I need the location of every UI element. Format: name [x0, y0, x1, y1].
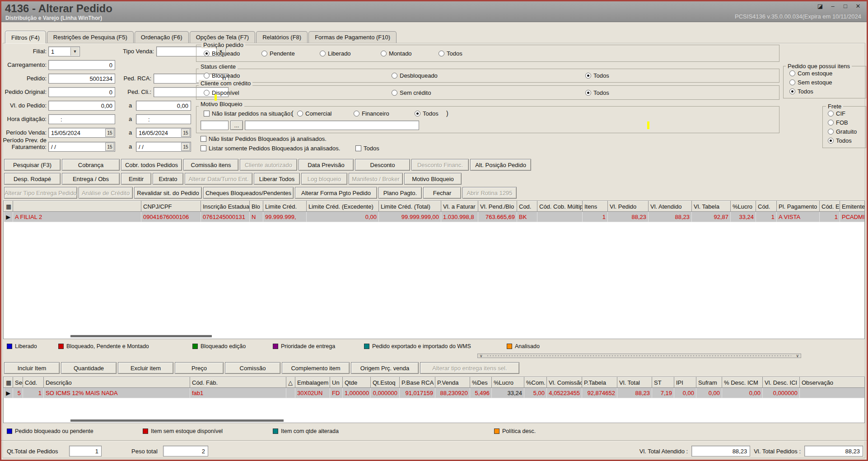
items-col-header[interactable]: Observação [800, 377, 865, 388]
alterar-forma-pgto-button[interactable]: Alterar Forma Pgto Pedido [295, 187, 377, 199]
motivo-browse-button[interactable]: ... [230, 121, 243, 130]
periodo-venda-from-input[interactable]: 15/05/2024 15 [48, 128, 115, 138]
orders-col-header[interactable]: Vl. Pend./Blo [478, 201, 517, 212]
dropdown-icon[interactable]: ▼ [70, 47, 79, 56]
check-listar-somente-analisados[interactable]: Listar somente Pedidos Bloqueados já ana… [201, 144, 340, 152]
items-hscrollbar[interactable] [70, 419, 284, 422]
hora-from-input[interactable]: : [48, 114, 115, 124]
radio-status-todos[interactable]: Todos [585, 72, 609, 79]
calendar-icon[interactable]: 15 [105, 143, 114, 151]
orders-col-header[interactable]: Vl. Pedido [608, 201, 649, 212]
fechar-button[interactable]: Fechar [423, 187, 461, 199]
orders-col-header[interactable]: Inscrição Estadual [201, 201, 250, 212]
radio-motivo-todos[interactable]: Todos [415, 110, 439, 117]
orders-col-header[interactable]: %Lucro [731, 201, 756, 212]
cheques-bloqueados-button[interactable]: Cheques Bloqueados/Pendentes [203, 187, 294, 199]
items-col-header[interactable]: Qtde [343, 377, 371, 388]
radio-frete-cif[interactable]: CIF [828, 110, 845, 117]
orders-col-header[interactable]: Itens [583, 201, 608, 212]
items-col-header[interactable]: Vl. Total [617, 377, 652, 388]
vl-pedido-from-input[interactable]: 0,00 [48, 101, 115, 111]
radio-credito-todos[interactable]: Todos [585, 89, 609, 97]
calendar-icon[interactable]: 15 [105, 129, 114, 137]
orders-col-header[interactable]: Vl. a Faturar [441, 201, 478, 212]
grid-corner-icon[interactable]: ▦ [4, 201, 13, 212]
items-col-header[interactable]: %Com. [524, 377, 547, 388]
radio-frete-fob[interactable]: FOB [828, 119, 848, 126]
tab-opcoes-tela[interactable]: Opções de Tela (F7) [190, 31, 256, 43]
radio-frete-gratuito[interactable]: Gratuito [828, 128, 857, 135]
comissao-itens-button[interactable]: Comissão itens [183, 159, 238, 171]
items-col-header[interactable]: Cód. [23, 377, 44, 388]
pedido-input[interactable]: 5001234 [48, 74, 115, 84]
items-col-header[interactable]: Vl. Desc. ICI [763, 377, 800, 388]
items-col-header[interactable]: P.Base RCA [400, 377, 435, 388]
pesquisar-button[interactable]: Pesquisar (F3) [4, 159, 61, 171]
cobranca-button[interactable]: Cobrança [62, 159, 120, 171]
pedido-original-input[interactable]: 0 [48, 87, 115, 97]
orders-col-header[interactable] [13, 201, 141, 212]
items-col-header[interactable]: Qt.Estoq [371, 377, 400, 388]
carregamento-input[interactable]: 0 [48, 60, 115, 70]
items-col-header[interactable]: Cód. Fáb. [190, 377, 286, 388]
items-grid[interactable]: ▦ Sec Cód. Descrição Cód. Fáb. △ Embalag… [3, 377, 865, 423]
radio-credito-sem-credito[interactable]: Sem crédito [392, 89, 431, 97]
liberar-todos-button[interactable]: Liberar Todos [254, 173, 300, 185]
radio-itens-todos[interactable]: Todos [789, 88, 813, 95]
radio-credito-disponivel[interactable]: Disponível [204, 89, 239, 97]
radio-posicao-todos[interactable]: Todos [439, 50, 462, 57]
splitter[interactable]: ∨ ∨ [477, 354, 801, 358]
items-col-header[interactable]: Un [330, 377, 343, 388]
motivo-codigo-input[interactable] [201, 121, 229, 130]
filial-select[interactable]: 1 ▼ [48, 47, 80, 56]
comissao-button[interactable]: Comissão [225, 362, 280, 374]
radio-posicao-bloqueado[interactable]: Bloqueado [204, 50, 240, 57]
grid-corner-icon[interactable]: ▦ [4, 377, 13, 388]
tab-ordenacao[interactable]: Ordenação (F6) [135, 31, 189, 43]
item-row[interactable]: ▶ 5 1 SO ICMS 12% MAIS NADA fab1 30X02UN… [4, 388, 865, 398]
check-todos[interactable]: Todos [355, 144, 379, 152]
orders-col-header[interactable]: Limite Créd. [263, 201, 307, 212]
motivo-bloqueio-button[interactable]: Motivo Bloqueio [404, 173, 462, 185]
tab-relatorios[interactable]: Relatórios (F8) [256, 31, 308, 43]
items-col-header[interactable]: Descrição [44, 377, 190, 388]
periodo-prev-from-input[interactable]: / / 15 [48, 142, 115, 152]
maximize-icon[interactable]: □ [840, 3, 850, 9]
items-col-header[interactable]: % Desc. ICM [722, 377, 763, 388]
orders-col-header[interactable]: Cód. Emiten [820, 201, 840, 212]
orders-col-header[interactable]: Limite Créd. (Excedente) [307, 201, 379, 212]
motivo-descricao-input[interactable] [245, 121, 419, 130]
cobr-todos-pedidos-button[interactable]: Cobr. todos Pedidos [121, 159, 182, 171]
desconto-button[interactable]: Desconto [355, 159, 410, 171]
hora-to-input[interactable]: : [136, 114, 191, 124]
radio-status-desbloqueado[interactable]: Desbloqueado [392, 72, 438, 79]
check-nao-listar-situacao[interactable]: Não listar pedidos na situação: [204, 110, 292, 117]
orders-col-header[interactable]: Cód. Cob. Múltipla [537, 201, 583, 212]
plano-pagto-button[interactable]: Plano Pagto. [378, 187, 422, 199]
radio-posicao-liberado[interactable]: Liberado [320, 50, 351, 57]
close-icon[interactable]: ✕ [853, 3, 863, 9]
radio-motivo-financeiro[interactable]: Financeiro [354, 110, 389, 117]
quantidade-button[interactable]: Quantidade [61, 362, 117, 374]
orders-grid[interactable]: ▦ CNPJ/CPF Inscrição Estadual Blo Limite… [3, 200, 865, 339]
orders-col-header[interactable]: Cod. [517, 201, 537, 212]
radio-itens-sem-estoque[interactable]: Sem estoque [789, 79, 832, 86]
origem-preco-venda-button[interactable]: Origem Prç. venda [351, 362, 419, 374]
radio-frete-todos[interactable]: Todos [828, 137, 852, 144]
periodo-prev-to-input[interactable]: / / 15 [136, 142, 191, 152]
alt-posicao-pedido-button[interactable]: Alt. Posição Pedido [470, 159, 531, 171]
radio-itens-com-estoque[interactable]: Com estoque [789, 70, 832, 77]
minimize-icon[interactable]: – [828, 3, 838, 9]
items-col-header[interactable]: Sufram [696, 377, 722, 388]
orders-col-header[interactable]: CNPJ/CPF [141, 201, 201, 212]
orders-col-header[interactable]: Blo [250, 201, 263, 212]
incluir-item-button[interactable]: Incluir Item [4, 362, 60, 374]
items-col-header[interactable]: P.Venda [435, 377, 470, 388]
restore-icon[interactable]: ◪ [815, 3, 825, 9]
radio-posicao-pendente[interactable]: Pendente [261, 50, 295, 57]
chevron-down-icon[interactable]: ∨ [478, 354, 485, 358]
desp-rodape-button[interactable]: Desp. Rodapé [4, 173, 61, 185]
tab-filtros[interactable]: Filtros (F4) [5, 31, 46, 43]
orders-col-header[interactable]: Vl. Tabela [692, 201, 731, 212]
check-nao-listar-analisados[interactable]: Não listar Pedidos Bloqueados já analisa… [201, 135, 327, 143]
